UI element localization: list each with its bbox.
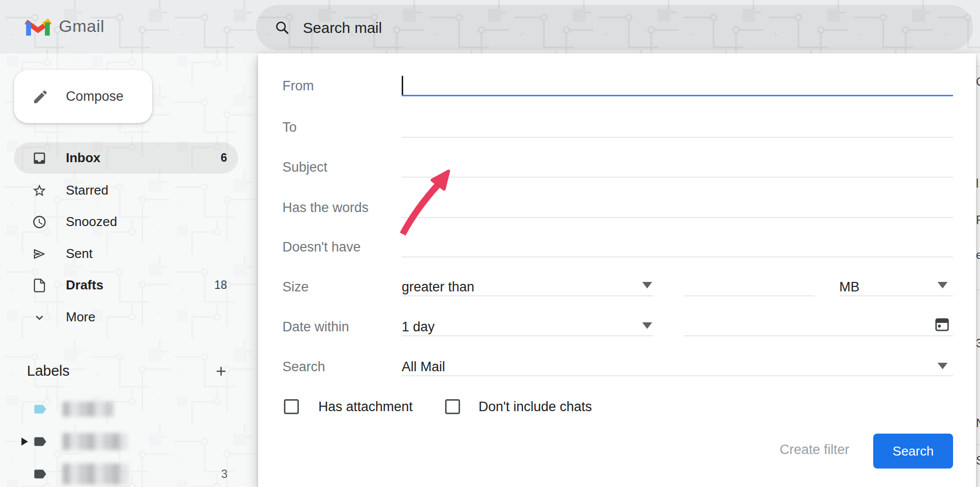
label-tag-icon bbox=[31, 467, 48, 482]
search-scope-label: Search bbox=[282, 358, 325, 376]
dropdown-arrow-icon[interactable] bbox=[642, 282, 652, 288]
dont-include-chats-label: Don't include chats bbox=[479, 398, 592, 416]
subject-label: Subject bbox=[282, 158, 327, 176]
dropdown-arrow-icon[interactable] bbox=[642, 322, 652, 329]
pencil-icon bbox=[32, 88, 49, 105]
inbox-count: 6 bbox=[221, 151, 227, 165]
annotation-arrow bbox=[258, 53, 976, 487]
expand-caret-icon[interactable] bbox=[21, 438, 28, 446]
size-label: Size bbox=[282, 278, 309, 296]
sidebar-item-more[interactable]: More bbox=[14, 301, 238, 333]
size-operator-underline bbox=[402, 295, 653, 296]
date-within-select[interactable]: 1 day bbox=[402, 318, 435, 336]
label-row[interactable] bbox=[14, 428, 238, 456]
doesnt-have-label: Doesn't have bbox=[282, 238, 361, 256]
label-tag-icon bbox=[31, 434, 48, 449]
send-icon bbox=[32, 246, 47, 261]
label-tag-icon bbox=[31, 402, 48, 417]
redacted-label-name bbox=[62, 433, 127, 450]
sidebar-item-label: Starred bbox=[66, 183, 238, 198]
search-scope-underline bbox=[402, 375, 953, 376]
sidebar-item-label: Inbox bbox=[66, 150, 221, 166]
sidebar-item-label: Sent bbox=[66, 246, 238, 261]
to-input[interactable] bbox=[402, 137, 953, 138]
background-mail-list-edge: C l F e 3 N S bbox=[976, 53, 980, 487]
date-within-underline bbox=[402, 335, 653, 336]
redacted-label-name bbox=[62, 402, 113, 417]
label-row[interactable] bbox=[14, 395, 238, 423]
compose-button[interactable]: Compose bbox=[14, 70, 152, 123]
calendar-icon[interactable] bbox=[934, 316, 951, 333]
date-within-label: Date within bbox=[282, 318, 349, 336]
size-operator-select[interactable]: greater than bbox=[402, 278, 475, 296]
sidebar-item-label: Drafts bbox=[66, 277, 214, 293]
to-label: To bbox=[282, 118, 297, 136]
sidebar-item-inbox[interactable]: Inbox 6 bbox=[14, 142, 238, 174]
redacted-label-name bbox=[62, 464, 128, 485]
from-input[interactable] bbox=[402, 95, 953, 96]
size-unit-select[interactable]: MB bbox=[839, 278, 860, 296]
search-button[interactable]: Search bbox=[873, 434, 953, 469]
dropdown-arrow-icon[interactable] bbox=[938, 363, 948, 369]
sidebar-item-sent[interactable]: Sent bbox=[14, 238, 238, 269]
chevron-down-icon bbox=[32, 310, 47, 325]
star-icon bbox=[32, 183, 47, 198]
label-count: 3 bbox=[221, 468, 228, 481]
gmail-logo[interactable]: Gmail bbox=[24, 15, 104, 37]
search-icon[interactable] bbox=[275, 20, 289, 35]
text-cursor bbox=[402, 76, 403, 95]
size-unit-underline bbox=[839, 295, 953, 296]
logo-wordmark: Gmail bbox=[59, 16, 104, 36]
sidebar-item-label: Snoozed bbox=[66, 214, 238, 230]
create-label-button[interactable] bbox=[214, 364, 229, 379]
labels-heading: Labels bbox=[27, 363, 69, 379]
has-words-input[interactable] bbox=[402, 217, 953, 218]
search-scope-select[interactable]: All Mail bbox=[402, 358, 445, 376]
clock-icon bbox=[32, 215, 47, 230]
sidebar-item-label: More bbox=[66, 309, 238, 325]
doesnt-have-input[interactable] bbox=[402, 256, 953, 257]
date-input[interactable] bbox=[684, 335, 953, 336]
from-label: From bbox=[282, 77, 314, 95]
has-words-label: Has the words bbox=[282, 199, 369, 217]
subject-input[interactable] bbox=[402, 177, 953, 178]
sidebar-item-starred[interactable]: Starred bbox=[14, 175, 238, 206]
inbox-icon bbox=[32, 151, 47, 166]
create-filter-button[interactable]: Create filter bbox=[779, 442, 849, 458]
gmail-app: Gmail Search mail Compose Inbox 6 bbox=[0, 0, 980, 487]
has-attachment-label: Has attachment bbox=[318, 398, 413, 416]
advanced-search-panel: From To Subject Has the words Doesn't ha… bbox=[258, 53, 976, 487]
gmail-m-icon bbox=[24, 15, 52, 37]
has-attachment-checkbox[interactable] bbox=[284, 399, 299, 414]
label-row[interactable]: 3 bbox=[14, 460, 238, 487]
dropdown-arrow-icon[interactable] bbox=[938, 282, 948, 288]
search-input[interactable]: Search mail bbox=[303, 19, 382, 36]
sidebar-item-snoozed[interactable]: Snoozed bbox=[14, 206, 238, 238]
size-value-input[interactable] bbox=[684, 295, 815, 296]
draft-icon bbox=[32, 278, 47, 293]
compose-label: Compose bbox=[66, 89, 124, 104]
sidebar-item-drafts[interactable]: Drafts 18 bbox=[14, 269, 238, 301]
drafts-count: 18 bbox=[214, 278, 227, 292]
dont-include-chats-checkbox[interactable] bbox=[445, 399, 460, 414]
search-bar[interactable]: Search mail bbox=[256, 5, 973, 50]
